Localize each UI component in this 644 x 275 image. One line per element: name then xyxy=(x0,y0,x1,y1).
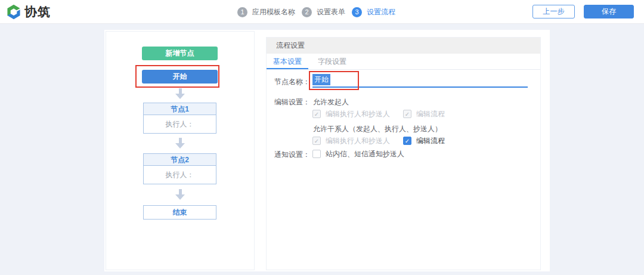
allow-stakeholders-text: 允许干系人（发起人、执行人、抄送人） xyxy=(313,124,442,134)
tab-basic-settings[interactable]: 基本设置 xyxy=(267,54,308,69)
flow-node-2-executor: 执行人： xyxy=(144,166,216,184)
settings-tabs: 基本设置 字段设置 xyxy=(267,54,540,70)
checkbox-initiator-edit-executor[interactable]: ✓ xyxy=(312,110,321,118)
save-button[interactable]: 保存 xyxy=(584,5,634,18)
flow-node-2-title: 节点2 xyxy=(144,154,216,166)
checkbox-notify[interactable] xyxy=(312,150,321,158)
arrow-down-icon xyxy=(175,88,185,99)
app-logo-text: 协筑 xyxy=(24,4,51,20)
notify-option-row: 站内信、短信通知抄送人 xyxy=(312,149,404,159)
notify-settings-label: 通知设置： xyxy=(267,150,310,160)
stakeholder-permission-row: ✓ 编辑执行人和抄送人 ✓ 编辑流程 xyxy=(312,136,445,146)
panel-title: 流程设置 xyxy=(267,38,540,54)
edit-settings-label: 编辑设置： xyxy=(267,97,310,107)
checkbox-initiator-edit-flow-label: 编辑流程 xyxy=(416,109,445,119)
flow-diagram-panel: 新增节点 开始 节点1 执行人： 节点2 执行人： 结束 xyxy=(106,31,255,270)
flow-node-1[interactable]: 节点1 执行人： xyxy=(143,103,216,134)
node-name-input[interactable]: 开始 xyxy=(312,72,528,88)
node-name-label: 节点名称： xyxy=(267,77,310,87)
node-name-value: 开始 xyxy=(312,74,330,85)
settings-form: 节点名称： 开始 编辑设置： 允许发起人 ✓ 编辑执行人和抄送人 ✓ 编辑流程 … xyxy=(267,70,540,270)
main-card: 新增节点 开始 节点1 执行人： 节点2 执行人： 结束 流程设置 基本设置 字… xyxy=(104,30,550,271)
flow-settings-panel: 流程设置 基本设置 字段设置 节点名称： 开始 编辑设置： 允许发起人 ✓ 编辑… xyxy=(266,37,541,270)
checkbox-stakeholder-edit-executor[interactable]: ✓ xyxy=(312,137,321,145)
step-3-number: 3 xyxy=(352,7,362,17)
initiator-permission-row: ✓ 编辑执行人和抄送人 ✓ 编辑流程 xyxy=(312,109,445,119)
app-logo[interactable]: 协筑 xyxy=(6,4,51,20)
check-icon: ✓ xyxy=(405,111,410,118)
checkbox-initiator-edit-executor-label: 编辑执行人和抄送人 xyxy=(326,109,390,119)
step-1-number: 1 xyxy=(237,7,247,17)
step-1-label: 应用模板名称 xyxy=(252,7,295,17)
step-2-label: 设置表单 xyxy=(317,7,345,17)
check-icon: ✓ xyxy=(405,138,410,144)
app-logo-icon xyxy=(6,4,21,20)
arrow-down-icon xyxy=(175,138,185,149)
checkbox-stakeholder-edit-flow[interactable]: ✓ xyxy=(403,137,411,145)
step-2-form-setup: 2 设置表单 xyxy=(302,7,345,17)
checkbox-stakeholder-edit-flow-label: 编辑流程 xyxy=(416,136,445,146)
step-3-label: 设置流程 xyxy=(367,7,395,17)
flow-node-2[interactable]: 节点2 执行人： xyxy=(143,153,216,184)
checkbox-notify-label: 站内信、短信通知抄送人 xyxy=(326,149,404,159)
flow-node-1-executor: 执行人： xyxy=(144,115,216,133)
check-icon: ✓ xyxy=(314,111,319,118)
step-1-app-template-name: 1 应用模板名称 xyxy=(237,7,295,17)
checkbox-initiator-edit-flow[interactable]: ✓ xyxy=(403,110,411,118)
allow-initiator-text: 允许发起人 xyxy=(313,97,349,107)
add-node-button[interactable]: 新增节点 xyxy=(142,47,218,60)
flow-node-1-title: 节点1 xyxy=(144,103,216,115)
start-node-button[interactable]: 开始 xyxy=(142,70,218,84)
header-actions: 上一步 保存 xyxy=(532,5,634,18)
check-icon: ✓ xyxy=(314,138,319,144)
top-header: 协筑 1 应用模板名称 2 设置表单 3 设置流程 上一步 保存 xyxy=(0,0,644,24)
end-node[interactable]: 结束 xyxy=(143,205,216,220)
arrow-down-icon xyxy=(175,189,185,200)
page: 协筑 1 应用模板名称 2 设置表单 3 设置流程 上一步 保存 新增节点 开始 xyxy=(0,0,644,275)
prev-step-button[interactable]: 上一步 xyxy=(532,5,575,18)
checkbox-stakeholder-edit-executor-label: 编辑执行人和抄送人 xyxy=(326,136,390,146)
step-3-flow-setup: 3 设置流程 xyxy=(352,7,395,17)
tab-field-settings[interactable]: 字段设置 xyxy=(314,54,350,69)
stepper: 1 应用模板名称 2 设置表单 3 设置流程 xyxy=(237,0,395,24)
step-2-number: 2 xyxy=(302,7,312,17)
